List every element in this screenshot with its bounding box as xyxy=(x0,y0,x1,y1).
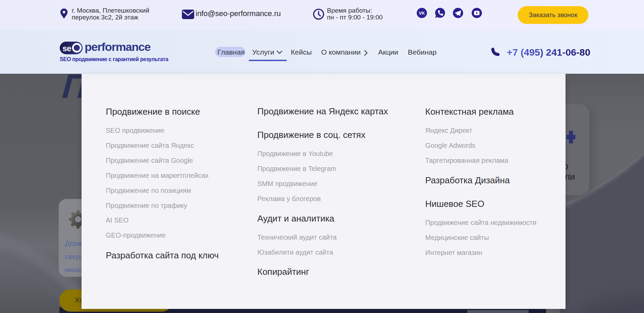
svg-text:VK: VK xyxy=(419,11,425,16)
